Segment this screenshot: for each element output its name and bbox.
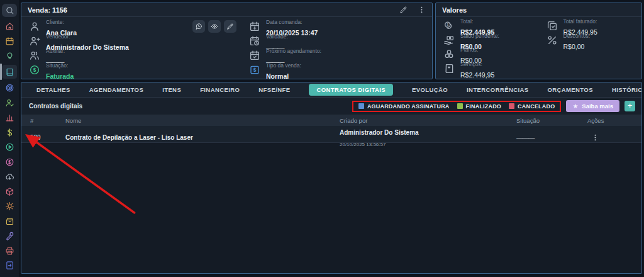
pencil-icon — [399, 6, 408, 14]
sidebar-item-automacao[interactable] — [2, 142, 17, 153]
edit-sale-button[interactable] — [399, 6, 408, 14]
field-label: Validade: — [266, 33, 288, 40]
valores-body: $ Total:R$2.449,95 Saldo pendente:R$0,00… — [436, 17, 641, 76]
sidebar-item-backup[interactable] — [2, 171, 17, 183]
main-content: Venda: 1156 Cliente:Ana Clara — [19, 0, 644, 277]
valores-title: Valores — [442, 6, 467, 14]
tab-contratos-digitais[interactable]: CONTRATOS DIGITAIS — [309, 84, 393, 96]
field-vendedor: Vendedor:Administrador Do Sistema — [21, 33, 432, 48]
sidebar-item-impressao[interactable] — [2, 245, 17, 256]
contract-id: 529 — [30, 134, 65, 141]
green-status-swatch — [457, 103, 463, 109]
created-by: Administrador Do Sistema — [340, 129, 419, 136]
valor-saldo-pendente: Saldo pendente:R$0,00 — [436, 33, 539, 48]
add-contract-button[interactable]: + — [625, 101, 635, 111]
field-label: Descontos: — [564, 33, 591, 39]
field-label: Planos: — [460, 47, 478, 53]
search-icon — [5, 6, 14, 15]
edit-button[interactable] — [224, 20, 236, 33]
kebab-menu-icon — [418, 6, 426, 14]
svg-text:$: $ — [253, 67, 257, 73]
tab-historicos[interactable]: HISTÓRICOS — [612, 86, 642, 93]
venda-panel-header: Venda: 1156 — [21, 3, 432, 17]
tab-financeiro[interactable]: FINANCEIRO — [200, 86, 240, 93]
calendar-icon — [5, 37, 14, 46]
sidebar-item-home[interactable] — [2, 21, 17, 32]
sale-summary-row: Venda: 1156 Cliente:Ana Clara — [21, 3, 642, 79]
dollar-icon — [5, 128, 14, 137]
bar-chart-icon — [5, 113, 14, 122]
valor-servicos: Serviços:R$2.449,95 — [436, 62, 539, 76]
whatsapp-button[interactable] — [192, 20, 205, 33]
tab-nfse-nfe[interactable]: NFSE/NFE — [258, 86, 290, 93]
hand-money-icon — [443, 35, 455, 46]
sidebar-item-search[interactable] — [2, 4, 17, 17]
whatsapp-icon — [195, 23, 203, 30]
client-check-icon — [5, 98, 14, 108]
field-label: Total: — [460, 18, 473, 25]
sale-menu-button[interactable] — [418, 6, 426, 14]
svg-text:$: $ — [33, 67, 36, 73]
package-icon — [5, 187, 14, 196]
percent-icon — [547, 35, 558, 46]
contract-name: Contrato de Depilação a Laser - Liso Las… — [65, 134, 340, 141]
venda-title: Venda: 1156 — [28, 6, 67, 14]
contracts-panel: DETALHES AGENDAMENTOS ITENS FINANCEIRO N… — [21, 82, 642, 274]
sidebar-item-caixa[interactable] — [2, 156, 17, 167]
tab-detalhes[interactable]: DETALHES — [36, 86, 70, 93]
created-at: 20/10/2025 13:56:57 — [340, 142, 386, 147]
sidebar-item-ideas[interactable] — [2, 50, 17, 62]
sidebar-item-estoque[interactable] — [2, 215, 17, 227]
sidebar-item-ferramentas[interactable] — [2, 230, 17, 242]
money-circle-icon — [5, 157, 14, 167]
person-plus-icon — [29, 35, 40, 47]
app-root: Venda: 1156 Cliente:Ana Clara — [0, 0, 644, 277]
view-button[interactable] — [208, 20, 221, 33]
tab-intercorrencias[interactable]: INTERCORRÊNCIAS — [467, 86, 528, 93]
legend-label: FINALIZADO — [466, 103, 502, 110]
tab-orcamentos[interactable]: ORÇAMENTOS — [547, 86, 592, 93]
cloud-sync-icon — [5, 172, 14, 181]
field-situacao: $ Situação:Faturada — [21, 62, 432, 77]
gear-play-icon — [5, 142, 14, 152]
invoice-check-icon — [547, 20, 558, 31]
sidebar-item-financeiro[interactable] — [2, 127, 17, 138]
sidebar-item-vendas[interactable] — [2, 65, 17, 79]
eye-icon — [211, 23, 218, 30]
table-header: # Nome Criado por Situação Ações — [21, 115, 641, 126]
contracts-section-header: Contratos digitais AGUARDANDO ASSINATURA… — [21, 98, 641, 115]
tab-itens[interactable]: ITENS — [162, 86, 181, 93]
tab-evolucao[interactable]: EVOLUÇÃO — [412, 86, 448, 93]
sidebar-item-produtos[interactable] — [2, 186, 17, 197]
field-label: Tipo da venda: — [266, 62, 301, 69]
tab-agendamentos[interactable]: AGENDAMENTOS — [89, 86, 143, 93]
row-actions-button[interactable] — [587, 133, 641, 142]
valores-panel: Valores $ Total:R$2.449,95 Saldo pendent… — [435, 3, 642, 79]
kebab-menu-icon — [591, 133, 599, 142]
col-acoes: Ações — [587, 117, 641, 124]
section-title: Contratos digitais — [29, 103, 82, 110]
person-icon — [29, 21, 40, 32]
saiba-mais-button[interactable]: ★Saiba mais — [566, 100, 619, 112]
sidebar — [0, 0, 19, 277]
sidebar-item-exportar[interactable] — [2, 260, 17, 271]
sidebar-item-configuracoes[interactable] — [2, 201, 17, 212]
printer-icon — [5, 246, 14, 256]
sidebar-item-metas[interactable] — [2, 82, 17, 94]
legend-cancelado: CANCELADO — [509, 103, 555, 110]
lightbulb-icon — [5, 51, 14, 60]
valores-col-left: $ Total:R$2.449,95 Saldo pendente:R$0,00… — [436, 19, 539, 76]
valor-total-faturado: Total faturado:R$2.449,95 — [539, 19, 642, 33]
sidebar-item-agenda[interactable] — [2, 35, 17, 47]
table-row[interactable]: 529 Contrato de Depilação a Laser - Liso… — [21, 126, 641, 143]
calendar-plus-icon — [249, 21, 260, 32]
wrench-icon — [5, 231, 14, 240]
people-icon — [29, 50, 40, 61]
contracts-table: # Nome Criado por Situação Ações 529 Con… — [21, 115, 641, 143]
field-label: Situação: — [46, 62, 68, 69]
legend-aguardando-assinatura: AGUARDANDO ASSINATURA — [358, 103, 450, 110]
valores-col-right: Total faturado:R$2.449,95 Descontos:R$0,… — [539, 19, 642, 76]
dollar-badge-icon: $ — [29, 64, 40, 76]
sidebar-item-clientes[interactable] — [2, 97, 17, 108]
sidebar-item-relatorios[interactable] — [2, 112, 17, 123]
